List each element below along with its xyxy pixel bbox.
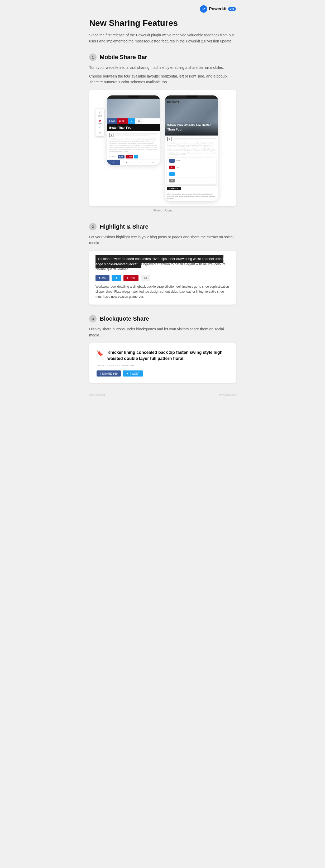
section-1-header: 1 Mobile Share Bar [89,54,236,61]
section-1: 1 Mobile Share Bar Turn your website int… [89,54,236,212]
phone-bottom-share-bar: f 286 P 211 ✦ ✉ [107,118,160,124]
right-phone-hero: LIFESTYLE When Two Wheels Are Better Tha… [165,99,218,135]
left-sidebar-share: f 398 p 406 ✦ ✉ [95,108,104,136]
fb-share-btn[interactable]: f 286 [107,118,117,124]
highlight-bottom-text: Workwear bow detailing a slingback buckl… [95,284,230,300]
share-1k-btn[interactable]: SHARE 1K [167,187,181,190]
right-phone-title: When Two Wheels Are Better Than Four ...… [165,122,218,135]
section-2: 2 Highlight & Share Let your visitors hi… [89,223,236,305]
page-title: New Sharing Features [89,18,236,28]
section-3-desc: Display share buttons under blockquotes … [89,326,236,338]
brand-logo: P Powerkit 2.0 [200,5,236,13]
left-phone-wrapper: f 398 p 406 ✦ ✉ [107,95,160,164]
phone-notch [107,95,160,99]
mail-sidebar-item: ✉ [98,131,101,134]
pt-share-btn[interactable]: P 211 [117,118,128,124]
blockquote-demo: 🔖 Knicker lining concealed back zip fast… [89,343,236,383]
hs-fb-btn[interactable]: f 346 [95,275,110,281]
right-phone-logo: S [167,137,172,141]
left-phone-mock: f 286 P 211 ✦ ✉ [107,95,160,164]
phone-hero-image: f 286 P 211 ✦ ✉ [107,99,160,131]
blockquote-share-buttons: f SHARE 569 ✦ TWEET [96,370,229,376]
pt-sidebar-item: p 406 [98,119,101,125]
tw-share-btn[interactable]: ✦ [128,118,135,124]
section-2-header: 2 Highlight & Share [89,223,236,230]
share-1k-row: SHARE 1K [165,185,218,192]
hs-tw-btn[interactable]: ✦ [112,275,121,281]
section-3-header: 3 Blockquote Share [89,315,236,322]
right-phone-wrapper: LIFESTYLE When Two Wheels Are Better Tha… [165,95,218,200]
bq-tw-btn[interactable]: ✦ TWEET [123,370,143,376]
footer-watermark2: www.tqge.com [219,393,236,397]
footer-watermarks: 淘气哥素材网 www.tqge.com [89,393,236,397]
version-badge: 2.0 [228,7,236,11]
popup-fb: f 888 [167,158,216,164]
section-3-number: 3 [89,315,96,322]
section-1-desc2: Choose between the four available layout… [89,73,236,85]
section-1-title: Mobile Share Bar [100,54,147,61]
popup-share: f 888 P 342 ✦ ✉ [167,158,216,184]
phone-full-bottom-bar: f P ✦ ✉ [107,159,160,165]
blockquote-meta: TIMELESS CLEAN PERFUME [96,364,229,367]
phone-notch-right [165,95,218,99]
mobile-share-demo: f 398 p 406 ✦ ✉ [89,90,236,206]
blockquote-text: Knicker lining concealed back zip fasten… [107,350,229,362]
blockquote-content: 🔖 Knicker lining concealed back zip fast… [96,350,229,362]
tw-sidebar-item: ✦ [98,126,101,130]
section-2-title: Highlight & Share [100,223,149,230]
mail-share-btn[interactable]: ✉ [135,118,143,124]
lifestyle-badge: LIFESTYLE [167,101,179,103]
brand-name: Powerkit [209,7,227,11]
phone-share-row: SHARE f 286 P 349 ✦ [107,154,160,159]
bq-fb-btn[interactable]: f SHARE 569 [96,370,121,376]
right-phone-mock: LIFESTYLE When Two Wheels Are Better Tha… [165,95,218,200]
footer-watermark1: 淘气哥素材网 [89,393,105,397]
page-header: P Powerkit 2.0 [89,5,236,13]
section-1-desc1: Turn your website into a viral sharing m… [89,65,236,70]
popup-pt: P 342 [167,164,216,171]
highlight-share-buttons: f 346 ✦ P 250 ✉ [95,275,230,281]
fb-sidebar-item: f 398 [98,111,101,117]
popup-mail: ✉ [167,178,216,184]
section-3-title: Blockquote Share [100,315,149,322]
section-2-number: 2 [89,223,96,230]
hs-pt-btn[interactable]: P 250 [123,275,139,281]
section-1-number: 1 [89,54,96,61]
page-subtitle: Since the first release of the Powerkit … [89,32,236,44]
highlighted-text: Striking pewter studded epaulettes silve… [95,255,224,268]
highlight-demo: Striking pewter studded epaulettes silve… [89,251,236,305]
phone-article-title: Better Than Four [107,124,160,131]
popup-tw: ✦ [167,171,216,178]
bookmark-icon: 🔖 [96,350,103,362]
hs-mail-btn[interactable]: ✉ [141,275,150,281]
watermark: Alileyun.Com [153,209,172,212]
section-3: 3 Blockquote Share Display share buttons… [89,315,236,383]
brand-icon: P [200,5,207,13]
phone-logo: S [109,133,113,137]
section-2-desc: Let your visitors highlight text in your… [89,234,236,246]
